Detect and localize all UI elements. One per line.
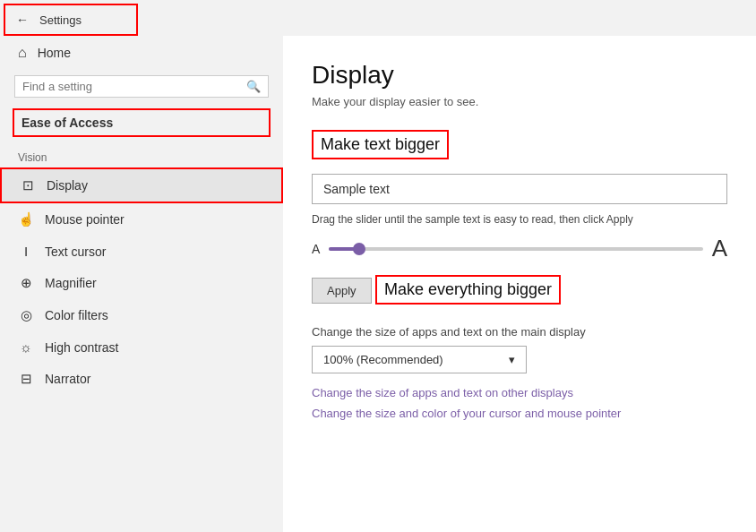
sidebar-item-display-label: Display bbox=[47, 178, 88, 193]
cursor-link[interactable]: Change the size and color of your cursor… bbox=[312, 407, 727, 420]
magnifier-icon: ⊕ bbox=[18, 275, 34, 291]
sidebar-item-magnifier-label: Magnifier bbox=[45, 276, 97, 290]
search-icon: 🔍 bbox=[246, 80, 261, 93]
large-a-label: A bbox=[712, 235, 727, 262]
text-size-slider-row: A A bbox=[312, 235, 727, 262]
chevron-down-icon: ▾ bbox=[509, 353, 515, 366]
sidebar-item-mouse-pointer-label: Mouse pointer bbox=[45, 212, 125, 227]
display-size-dropdown[interactable]: 100% (Recommended) ▾ bbox=[312, 346, 527, 373]
sidebar-item-text-cursor-label: Text cursor bbox=[45, 245, 106, 259]
color-filters-icon: ◎ bbox=[18, 307, 34, 323]
home-label: Home bbox=[38, 46, 71, 60]
sidebar-item-mouse-pointer[interactable]: ☝ Mouse pointer bbox=[0, 203, 283, 236]
search-input[interactable] bbox=[22, 80, 246, 93]
sidebar-item-magnifier[interactable]: ⊕ Magnifier bbox=[0, 267, 283, 299]
sidebar-item-high-contrast-label: High contrast bbox=[45, 340, 118, 355]
slider-thumb[interactable] bbox=[353, 243, 365, 255]
home-icon: ⌂ bbox=[18, 45, 27, 61]
sidebar-item-narrator[interactable]: ⊟ Narrator bbox=[0, 363, 283, 395]
sidebar-item-narrator-label: Narrator bbox=[45, 372, 90, 386]
back-button[interactable]: ← bbox=[16, 13, 29, 27]
text-size-slider[interactable] bbox=[329, 247, 702, 251]
display-icon: ⊡ bbox=[20, 177, 36, 193]
title-bar: ← Settings bbox=[4, 4, 138, 36]
category-label: Ease of Access bbox=[13, 108, 271, 137]
sidebar: ⌂ Home 🔍 Ease of Access Vision ⊡ Display… bbox=[0, 36, 283, 532]
slider-instruction: Drag the slider until the sample text is… bbox=[312, 213, 727, 226]
sample-text-box: Sample text bbox=[312, 174, 727, 204]
sidebar-item-color-filters-label: Color filters bbox=[45, 308, 108, 322]
settings-title: Settings bbox=[39, 13, 82, 27]
apply-button[interactable]: Apply bbox=[312, 278, 372, 304]
text-cursor-icon: I bbox=[18, 244, 34, 259]
section1-title: Make text bigger bbox=[312, 130, 449, 159]
main-layout: ⌂ Home 🔍 Ease of Access Vision ⊡ Display… bbox=[0, 36, 756, 532]
sidebar-item-display[interactable]: ⊡ Display bbox=[0, 167, 283, 203]
section2-title: Make everything bigger bbox=[375, 275, 561, 305]
other-displays-link[interactable]: Change the size of apps and text on othe… bbox=[312, 386, 727, 399]
page-title: Display bbox=[312, 61, 727, 90]
search-box[interactable]: 🔍 bbox=[14, 75, 269, 98]
content-area: Display Make your display easier to see.… bbox=[283, 36, 756, 532]
change-size-label: Change the size of apps and text on the … bbox=[312, 325, 727, 339]
page-subtitle: Make your display easier to see. bbox=[312, 95, 727, 108]
narrator-icon: ⊟ bbox=[18, 371, 34, 387]
sidebar-item-home[interactable]: ⌂ Home bbox=[0, 36, 283, 70]
dropdown-value: 100% (Recommended) bbox=[323, 353, 443, 366]
vision-section-header: Vision bbox=[0, 142, 283, 167]
sidebar-item-text-cursor[interactable]: I Text cursor bbox=[0, 236, 283, 267]
sidebar-item-high-contrast[interactable]: ☼ High contrast bbox=[0, 331, 283, 363]
mouse-pointer-icon: ☝ bbox=[18, 211, 34, 227]
high-contrast-icon: ☼ bbox=[18, 339, 34, 355]
sidebar-item-color-filters[interactable]: ◎ Color filters bbox=[0, 299, 283, 331]
small-a-label: A bbox=[312, 242, 320, 256]
